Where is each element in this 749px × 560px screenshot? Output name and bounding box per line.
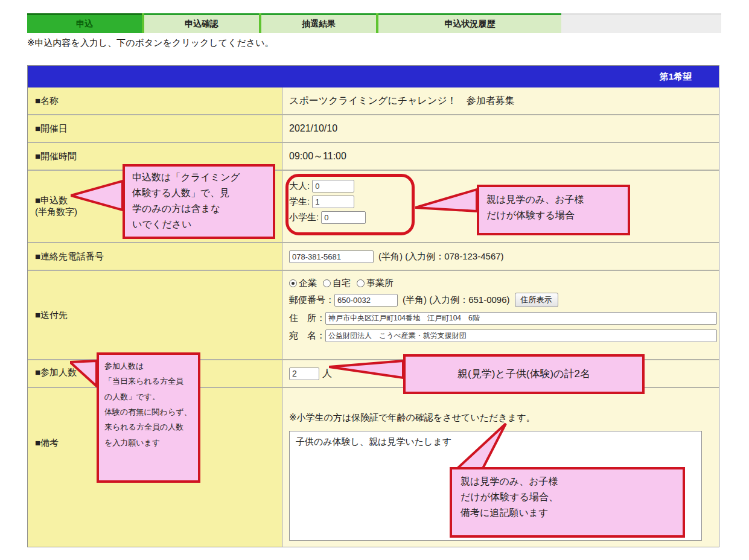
- street-address-label: 住 所：: [289, 313, 325, 324]
- tab-apply-confirm[interactable]: 申込確認: [144, 13, 259, 33]
- postal-code-input[interactable]: [334, 294, 398, 307]
- radio-label-office: 事業所: [366, 278, 394, 289]
- application-form-page: 申込 申込確認 抽選結果 申込状況履歴 ※申込内容を入力し、下のボタンをクリック…: [0, 0, 749, 560]
- radio-icon-company[interactable]: [289, 279, 297, 287]
- radio-icon-office[interactable]: [357, 279, 365, 287]
- addressee-label: 宛 名：: [289, 330, 325, 342]
- event-date-value: 2021/10/10: [282, 115, 719, 142]
- phone-field-area: (半角) (入力例：078-123-4567): [282, 243, 719, 270]
- destination-label: ■送付先: [28, 271, 282, 359]
- show-address-button[interactable]: 住所表示: [515, 293, 558, 307]
- tab-apply-confirm-label: 申込確認: [185, 19, 218, 30]
- callout-participants-left: 参加人数は 「当日来られる方全員 の人数」です。 体験の有無に関わらず、 来られ…: [97, 352, 200, 483]
- radio-label-company: 企業: [299, 278, 317, 289]
- phone-format-note: (半角) (入力例：078-123-4567): [378, 251, 504, 262]
- form-header-bar: 第1希望: [28, 66, 719, 88]
- street-address-input[interactable]: [325, 312, 717, 325]
- tab-lottery-result[interactable]: 抽選結果: [261, 13, 376, 33]
- addressee-input[interactable]: [325, 329, 717, 342]
- phone-label: ■連絡先電話番号: [28, 243, 282, 270]
- callout-counts-right: 親は見学のみ、お子様 だけが体験する場合: [477, 185, 630, 235]
- postal-code-label: 郵便番号：: [289, 294, 334, 306]
- tab-apply[interactable]: 申込: [27, 13, 142, 33]
- row-event-name: ■名称 スポーツクライミングにチャレンジ！ 参加者募集: [28, 88, 719, 114]
- row-destination: ■送付先 企業 自宅 事業所 郵便番号： (半角) (入力例：651-0096)…: [28, 270, 719, 359]
- participants-input[interactable]: [289, 368, 319, 380]
- tab-application-history-label: 申込状況履歴: [445, 19, 496, 30]
- event-name-label: ■名称: [28, 88, 282, 114]
- row-event-date: ■開催日 2021/10/10: [28, 114, 719, 142]
- tab-lottery-result-label: 抽選結果: [302, 19, 336, 30]
- callout-tail-counts-right: [415, 186, 477, 214]
- destination-radio-group: 企業 自宅 事業所: [289, 278, 719, 289]
- event-date-label: ■開催日: [28, 115, 282, 142]
- postal-format-note: (半角) (入力例：651-0096): [403, 294, 510, 306]
- radio-label-home: 自宅: [333, 278, 351, 289]
- radio-icon-home[interactable]: [323, 279, 331, 287]
- callout-remarks-right: 親は見学のみ、お子様 だけが体験する場合、 備考に追記願います: [450, 467, 685, 538]
- instruction-text: ※申込内容を入力し、下のボタンをクリックしてください。: [27, 37, 274, 49]
- tab-apply-label: 申込: [76, 19, 93, 30]
- callout-tail-remarks: [453, 422, 508, 468]
- callout-counts-left: 申込数は「クライミング 体験する人数」で、見 学のみの方は含まな いでください: [123, 164, 275, 239]
- first-choice-label: 第1希望: [660, 71, 692, 83]
- callout-participants-right: 親(見学)と子供(体験)の計2名: [403, 354, 645, 394]
- tab-bar: 申込 申込確認 抽選結果 申込状況履歴: [27, 13, 721, 33]
- event-time-value: 09:00～11:00: [282, 143, 719, 170]
- event-name-value: スポーツクライミングにチャレンジ！ 参加者募集: [282, 88, 719, 114]
- tab-bar-filler: [561, 13, 721, 33]
- tab-application-history[interactable]: 申込状況履歴: [378, 13, 561, 33]
- phone-input[interactable]: [289, 250, 374, 263]
- callout-tail-counts-left: [71, 177, 123, 212]
- callout-tail-participants-left: [70, 356, 97, 387]
- row-phone: ■連絡先電話番号 (半角) (入力例：078-123-4567): [28, 242, 719, 270]
- destination-fields: 企業 自宅 事業所 郵便番号： (半角) (入力例：651-0096) 住所表示…: [282, 271, 719, 359]
- callout-tail-participants-right: [329, 358, 403, 380]
- count-inputs-highlight-outline: [285, 174, 415, 235]
